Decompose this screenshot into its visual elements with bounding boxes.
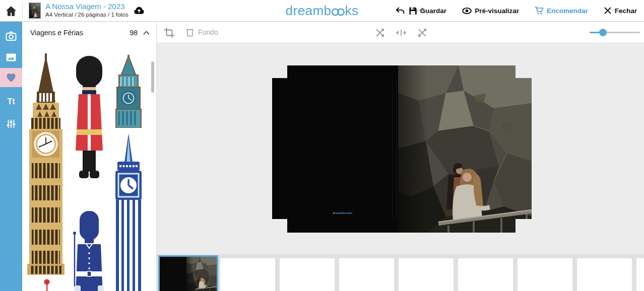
sticker-big-ben-gold[interactable] bbox=[26, 53, 66, 275]
cover-photo bbox=[398, 65, 532, 233]
save-button[interactable]: Guardar bbox=[408, 6, 447, 16]
camera-icon bbox=[5, 30, 17, 42]
undo-icon bbox=[395, 6, 406, 17]
page-thumb[interactable] bbox=[636, 258, 644, 291]
crop-icon[interactable] bbox=[164, 27, 175, 38]
home-icon bbox=[5, 5, 18, 18]
close-button[interactable]: Fechar bbox=[603, 6, 637, 15]
book-front-cover-photo[interactable] bbox=[398, 65, 532, 233]
header: A Nossa Viagem - 2023 A4 Vertical / 26 p… bbox=[0, 0, 644, 22]
preview-label: Pré-visualizar bbox=[475, 7, 519, 15]
canvas-toolbar: Fundo bbox=[157, 22, 644, 43]
sidebar-item-text[interactable]: Tt bbox=[0, 92, 22, 111]
cart-icon bbox=[534, 6, 544, 16]
save-label: Guardar bbox=[420, 7, 447, 15]
sidebar-item-settings[interactable] bbox=[0, 114, 22, 133]
page-thumb[interactable] bbox=[399, 258, 454, 291]
heart-icon bbox=[5, 71, 18, 84]
sticker-royal-guard-blue[interactable] bbox=[71, 211, 107, 291]
cloud-upload-icon bbox=[132, 5, 147, 17]
sidebar-item-photos[interactable] bbox=[0, 27, 22, 46]
spine-guide-line bbox=[396, 78, 397, 219]
trash-icon bbox=[185, 27, 195, 37]
project-thumbnail[interactable] bbox=[29, 3, 41, 19]
sticker-big-ben-teal[interactable] bbox=[112, 55, 145, 128]
spine-guide-line bbox=[392, 78, 393, 219]
thumb-back-cover bbox=[160, 257, 186, 291]
logo-text-right: ks bbox=[345, 3, 359, 19]
panel-count: 98 bbox=[130, 29, 138, 37]
logo-infinity-oo-icon bbox=[331, 8, 346, 17]
back-cover-logo: dreambooks bbox=[323, 211, 363, 214]
swap-horizontal-icon[interactable] bbox=[396, 28, 406, 38]
cloud-upload-button[interactable] bbox=[132, 5, 147, 18]
zoom-slider[interactable] bbox=[590, 22, 644, 43]
tool-sidebar: Tt bbox=[0, 22, 22, 291]
order-label: Encomendar bbox=[547, 7, 588, 15]
undo-button[interactable] bbox=[395, 6, 406, 17]
sticker-big-ben-blue[interactable] bbox=[112, 133, 145, 291]
thumb-front-photo bbox=[186, 257, 217, 291]
home-button[interactable] bbox=[5, 5, 18, 18]
tune-icon bbox=[6, 118, 17, 130]
sidebar-item-cliparts[interactable] bbox=[0, 68, 22, 87]
background-label: Fundo bbox=[198, 28, 218, 36]
editor-stage[interactable]: dreambooks bbox=[157, 43, 644, 254]
image-icon bbox=[5, 51, 17, 63]
background-delete-button[interactable]: Fundo bbox=[185, 27, 218, 37]
dreambooks-editor: A Nossa Viagem - 2023 A4 Vertical / 26 p… bbox=[0, 0, 644, 291]
divider bbox=[22, 3, 23, 19]
panel-scrollbar[interactable] bbox=[151, 61, 154, 93]
page-thumb[interactable] bbox=[458, 258, 513, 291]
dreambooks-logo: dreamb ks bbox=[285, 3, 358, 19]
preview-button[interactable]: Pré-visualizar bbox=[462, 6, 519, 16]
sidebar-item-layouts[interactable] bbox=[0, 48, 22, 67]
page-thumb[interactable] bbox=[577, 258, 632, 291]
close-icon bbox=[603, 6, 612, 15]
panel-title: Viagens e Férias bbox=[30, 29, 130, 37]
clipart-panel: Viagens e Férias 98 bbox=[22, 22, 157, 291]
sticker-map-pin-red[interactable] bbox=[43, 279, 50, 291]
logo-text-left: dreamb bbox=[285, 3, 331, 19]
page-thumb-cover-selected[interactable] bbox=[158, 255, 218, 291]
close-label: Fechar bbox=[615, 7, 637, 15]
sticker-royal-guard-red[interactable] bbox=[68, 55, 111, 181]
book-back-cover[interactable]: dreambooks bbox=[272, 65, 398, 233]
page-thumb[interactable] bbox=[220, 258, 275, 291]
project-subtitle: A4 Vertical / 26 páginas / 1 fotos bbox=[45, 12, 128, 18]
page-filmstrip bbox=[157, 254, 644, 291]
eye-icon bbox=[462, 6, 472, 16]
shuffle-icon[interactable] bbox=[375, 28, 385, 38]
zoom-slider-thumb[interactable] bbox=[599, 29, 607, 36]
cover-photo-thumb bbox=[29, 3, 41, 18]
save-icon bbox=[408, 6, 418, 16]
expand-diagonal-icon[interactable] bbox=[417, 28, 427, 38]
project-title[interactable]: A Nossa Viagem - 2023 bbox=[45, 2, 124, 11]
order-button[interactable]: Encomendar bbox=[534, 6, 588, 16]
chevron-up-icon[interactable] bbox=[143, 30, 150, 35]
page-thumb[interactable] bbox=[280, 258, 335, 291]
page-thumb[interactable] bbox=[339, 258, 394, 291]
page-thumb[interactable] bbox=[518, 258, 572, 291]
text-icon: Tt bbox=[7, 97, 15, 106]
